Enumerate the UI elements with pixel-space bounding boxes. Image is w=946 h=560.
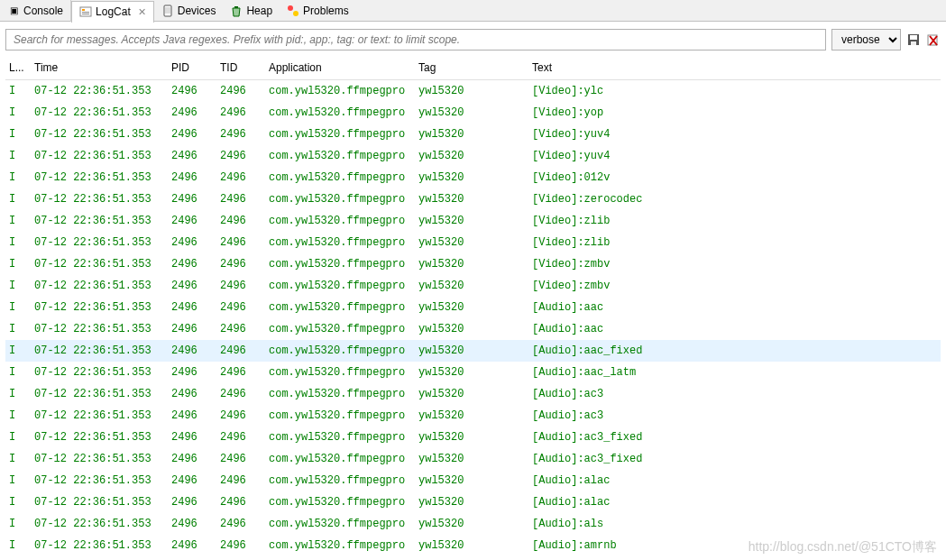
cell-pid: 2496	[168, 102, 216, 124]
cell-tag: ywl5320	[415, 491, 528, 513]
table-header-row[interactable]: L... Time PID TID Application Tag Text	[5, 56, 941, 80]
table-row[interactable]: I07-12 22:36:51.35324962496com.ywl5320.f…	[5, 383, 941, 405]
cell-tag: ywl5320	[415, 513, 528, 535]
table-row[interactable]: I07-12 22:36:51.35324962496com.ywl5320.f…	[5, 556, 941, 560]
table-row[interactable]: I07-12 22:36:51.35324962496com.ywl5320.f…	[5, 318, 941, 340]
table-row[interactable]: I07-12 22:36:51.35324962496com.ywl5320.f…	[5, 145, 941, 167]
cell-app: com.ywl5320.ffmpegpro	[265, 124, 415, 145]
table-row[interactable]: I07-12 22:36:51.35324962496com.ywl5320.f…	[5, 124, 941, 145]
search-input[interactable]	[5, 29, 826, 50]
cell-app: com.ywl5320.ffmpegpro	[265, 167, 415, 188]
table-row[interactable]: I07-12 22:36:51.35324962496com.ywl5320.f…	[5, 80, 941, 103]
cell-tag: ywl5320	[415, 80, 528, 103]
cell-app: com.ywl5320.ffmpegpro	[265, 383, 415, 405]
cell-l: I	[5, 80, 31, 103]
cell-pid: 2496	[168, 145, 216, 167]
cell-pid: 2496	[168, 513, 216, 535]
cell-tag: ywl5320	[415, 188, 528, 210]
cell-tag: ywl5320	[415, 383, 528, 405]
log-level-select[interactable]: verbose	[831, 29, 901, 50]
cell-pid: 2496	[168, 275, 216, 297]
clear-icon[interactable]	[926, 32, 941, 47]
cell-tag: ywl5320	[415, 556, 528, 560]
cell-pid: 2496	[168, 427, 216, 448]
table-row[interactable]: I07-12 22:36:51.35324962496com.ywl5320.f…	[5, 275, 941, 297]
table-row[interactable]: I07-12 22:36:51.35324962496com.ywl5320.f…	[5, 167, 941, 188]
cell-time: 07-12 22:36:51.353	[31, 253, 168, 275]
svg-point-8	[293, 11, 298, 16]
cell-l: I	[5, 427, 31, 448]
cell-text: [Audio]:ac3_fixed	[528, 427, 941, 448]
table-row[interactable]: I07-12 22:36:51.35324962496com.ywl5320.f…	[5, 405, 941, 427]
table-row[interactable]: I07-12 22:36:51.35324962496com.ywl5320.f…	[5, 297, 941, 318]
table-row[interactable]: I07-12 22:36:51.35324962496com.ywl5320.f…	[5, 102, 941, 124]
cell-time: 07-12 22:36:51.353	[31, 405, 168, 427]
table-row[interactable]: I07-12 22:36:51.35324962496com.ywl5320.f…	[5, 513, 941, 535]
col-time-header[interactable]: Time	[31, 56, 168, 80]
cell-tid: 2496	[216, 297, 265, 318]
cell-tag: ywl5320	[415, 210, 528, 232]
cell-app: com.ywl5320.ffmpegpro	[265, 405, 415, 427]
logcat-icon	[79, 5, 92, 18]
col-level-header[interactable]: L...	[5, 56, 31, 80]
cell-app: com.ywl5320.ffmpegpro	[265, 318, 415, 340]
col-tid-header[interactable]: TID	[216, 56, 265, 80]
cell-pid: 2496	[168, 556, 216, 560]
cell-text: [Audio]:aac	[528, 318, 941, 340]
tab-logcat[interactable]: LogCat ✕	[71, 1, 154, 23]
table-row[interactable]: I07-12 22:36:51.35324962496com.ywl5320.f…	[5, 253, 941, 275]
search-row: verbose	[5, 29, 941, 50]
cell-pid: 2496	[168, 405, 216, 427]
col-app-header[interactable]: Application	[265, 56, 415, 80]
cell-l: I	[5, 167, 31, 188]
table-row[interactable]: I07-12 22:36:51.35324962496com.ywl5320.f…	[5, 362, 941, 383]
table-row[interactable]: I07-12 22:36:51.35324962496com.ywl5320.f…	[5, 188, 941, 210]
save-icon[interactable]	[906, 32, 921, 47]
cell-tid: 2496	[216, 513, 265, 535]
cell-l: I	[5, 513, 31, 535]
tab-heap[interactable]: Heap	[223, 0, 280, 22]
tab-label: Devices	[178, 5, 216, 17]
cell-app: com.ywl5320.ffmpegpro	[265, 80, 415, 103]
tab-label: Heap	[246, 5, 272, 17]
col-text-header[interactable]: Text	[528, 56, 941, 80]
cell-time: 07-12 22:36:51.353	[31, 297, 168, 318]
close-icon[interactable]: ✕	[138, 6, 146, 18]
cell-app: com.ywl5320.ffmpegpro	[265, 470, 415, 491]
tab-problems[interactable]: Problems	[280, 0, 356, 22]
log-table: L... Time PID TID Application Tag Text I…	[5, 56, 941, 560]
cell-app: com.ywl5320.ffmpegpro	[265, 448, 415, 470]
col-pid-header[interactable]: PID	[168, 56, 216, 80]
cell-tag: ywl5320	[415, 124, 528, 145]
cell-app: com.ywl5320.ffmpegpro	[265, 297, 415, 318]
cell-app: com.ywl5320.ffmpegpro	[265, 232, 415, 253]
tab-label: Console	[23, 5, 63, 17]
cell-text: [Audio]:alac	[528, 491, 941, 513]
cell-app: com.ywl5320.ffmpegpro	[265, 253, 415, 275]
watermark: http://blog.csdn.net/@51CTO博客	[749, 539, 937, 555]
table-row[interactable]: I07-12 22:36:51.35324962496com.ywl5320.f…	[5, 470, 941, 491]
cell-tid: 2496	[216, 491, 265, 513]
table-row[interactable]: I07-12 22:36:51.35324962496com.ywl5320.f…	[5, 340, 941, 362]
cell-app: com.ywl5320.ffmpegpro	[265, 340, 415, 362]
cell-pid: 2496	[168, 362, 216, 383]
col-tag-header[interactable]: Tag	[415, 56, 528, 80]
tab-console[interactable]: ▣ Console	[0, 0, 71, 22]
table-row[interactable]: I07-12 22:36:51.35324962496com.ywl5320.f…	[5, 491, 941, 513]
cell-text: [Video]:yuv4	[528, 145, 941, 167]
cell-time: 07-12 22:36:51.353	[31, 275, 168, 297]
table-row[interactable]: I07-12 22:36:51.35324962496com.ywl5320.f…	[5, 448, 941, 470]
tab-devices[interactable]: Devices	[154, 0, 224, 22]
table-row[interactable]: I07-12 22:36:51.35324962496com.ywl5320.f…	[5, 210, 941, 232]
cell-time: 07-12 22:36:51.353	[31, 318, 168, 340]
cell-l: I	[5, 470, 31, 491]
svg-rect-10	[910, 35, 917, 40]
cell-tag: ywl5320	[415, 102, 528, 124]
cell-time: 07-12 22:36:51.353	[31, 167, 168, 188]
table-row[interactable]: I07-12 22:36:51.35324962496com.ywl5320.f…	[5, 232, 941, 253]
cell-tag: ywl5320	[415, 535, 528, 556]
cell-tag: ywl5320	[415, 275, 528, 297]
table-row[interactable]: I07-12 22:36:51.35324962496com.ywl5320.f…	[5, 427, 941, 448]
svg-rect-3	[82, 14, 89, 14]
cell-app: com.ywl5320.ffmpegpro	[265, 491, 415, 513]
